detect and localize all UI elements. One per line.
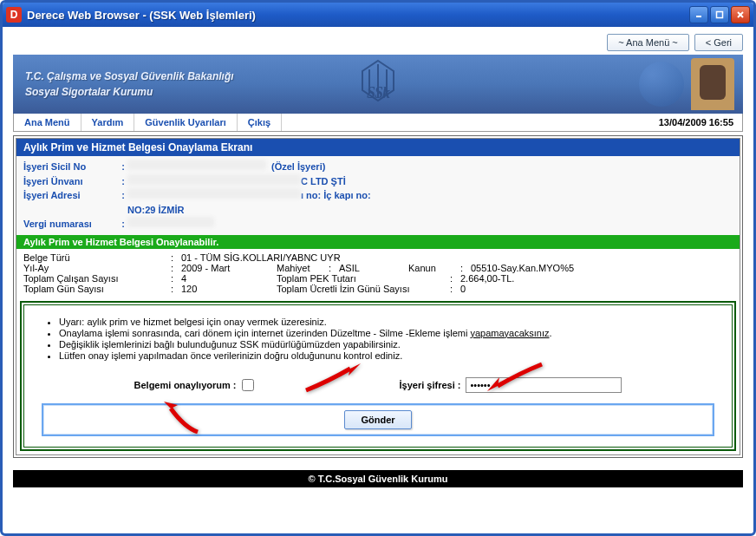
- menu-cikis[interactable]: Çıkış: [238, 114, 282, 131]
- vergi-redacted: [127, 217, 214, 227]
- portrait-image: [691, 58, 734, 110]
- yil-ay-val: 2009 - Mart: [181, 263, 277, 273]
- maximize-button[interactable]: [710, 6, 729, 23]
- close-button[interactable]: [731, 6, 750, 23]
- pek-lbl: Toplam PEK Tutarı: [277, 273, 450, 284]
- ssk-logo-text: SSk: [367, 84, 389, 102]
- top-button-row: ~ Ana Menü ~ < Geri: [3, 27, 753, 55]
- banner-right-image: [613, 55, 734, 114]
- page-title: Aylık Prim ve Hizmet Belgesi Onaylama Ek…: [16, 139, 740, 156]
- globe-icon: [639, 62, 684, 107]
- menu-yardim[interactable]: Yardım: [81, 114, 135, 131]
- belge-turu-val: 01 - TÜM SİG.KOLLARI/YABNC UYR: [181, 252, 341, 263]
- kanun-lbl: Kanun: [408, 263, 460, 273]
- izin-val: 0: [460, 284, 466, 294]
- submit-frame: Gönder: [42, 403, 714, 436]
- banner: T.C. Çalışma ve Sosyal Güvenlik Bakanlığ…: [13, 55, 743, 114]
- footer: © T.C.Sosyal Güvenlik Kurumu: [13, 470, 743, 487]
- unvan-redacted: [127, 174, 301, 185]
- org-title: T.C. Çalışma ve Sosyal Güvenlik Bakanlığ…: [13, 69, 234, 100]
- approval-frame-outer: Uyarı: aylık prim ve hizmet belgesi için…: [20, 301, 736, 451]
- vergi-label: Vergi numarası: [23, 217, 119, 232]
- titlebar: D Derece Web Browser - (SSK Web İşlemler…: [3, 3, 753, 27]
- org-line1: T.C. Çalışma ve Sosyal Güvenlik Bakanlığ…: [25, 69, 234, 84]
- mahiyet-val: ASIL: [339, 263, 408, 273]
- adres-redacted: [127, 188, 301, 199]
- menu-ana-menu[interactable]: Ana Menü: [14, 114, 81, 131]
- yil-ay-lbl: Yıl-Ay: [23, 263, 171, 273]
- menu-guvenlik[interactable]: Güvenlik Uyarıları: [134, 114, 238, 131]
- approval-frame-inner: Uyarı: aylık prim ve hizmet belgesi için…: [23, 304, 733, 448]
- confirm-checkbox[interactable]: [242, 379, 254, 391]
- password-input[interactable]: [466, 377, 622, 393]
- calisan-val: 4: [181, 273, 277, 284]
- minimize-button[interactable]: [689, 6, 708, 23]
- belge-turu-lbl: Belge Türü: [23, 252, 171, 263]
- menubar: Ana Menü Yardım Güvenlik Uyarıları Çıkış…: [13, 114, 743, 132]
- sicil-no-redacted: [127, 160, 266, 170]
- window-title: Derece Web Browser - (SSK Web İşlemleri): [27, 9, 689, 22]
- unvan-suffix: C LTD ŞTİ: [301, 174, 346, 189]
- izin-lbl: Toplam Ücretli İzin Günü Sayısı: [277, 284, 450, 294]
- warnings-list: Uyarı: aylık prim ve hizmet belgesi için…: [42, 312, 714, 370]
- datetime-display: 13/04/2009 16:55: [650, 114, 742, 131]
- gun-lbl: Toplam Gün Sayısı: [23, 284, 171, 294]
- password-label: İşyeri şifresi :: [400, 380, 461, 390]
- warning-1: Uyarı: aylık prim ve hizmet belgesi için…: [59, 317, 714, 327]
- adres-line2: NO:29 İZMİR: [127, 203, 184, 218]
- mahiyet-lbl: Mahiyet: [277, 263, 329, 273]
- approval-form-row: Belgemi onaylıyorum : İşyeri şifresi :: [42, 370, 714, 400]
- ssk-logo: SSk: [357, 59, 399, 109]
- kanun-val: 05510-Say.Kan.MYO%5: [471, 263, 574, 273]
- application-window: D Derece Web Browser - (SSK Web İşlemler…: [0, 0, 756, 536]
- sicil-no-label: İşyeri Sicil No: [23, 160, 119, 174]
- main-menu-button[interactable]: ~ Ana Menü ~: [607, 34, 689, 51]
- warning-2: Onaylama işlemi sonrasında, cari dönem i…: [59, 328, 714, 338]
- adres-label: İşyeri Adresi: [23, 188, 119, 203]
- gun-val: 120: [181, 284, 277, 294]
- confirm-label: Belgemi onaylıyorum :: [134, 380, 237, 390]
- svg-rect-1: [717, 12, 723, 18]
- adres-suffix-top: ı no: İç kapı no:: [301, 188, 371, 203]
- calisan-lbl: Toplam Çalışan Sayısı: [23, 273, 171, 284]
- back-button[interactable]: < Geri: [694, 34, 743, 51]
- workplace-info: İşyeri Sicil No : (Özel İşyeri) İşyeri Ü…: [16, 156, 740, 235]
- unvan-label: İşyeri Ünvanı: [23, 174, 119, 189]
- app-icon: D: [6, 7, 22, 23]
- content-outer: Aylık Prim ve Hizmet Belgesi Onaylama Ek…: [13, 135, 743, 458]
- content-inner: Aylık Prim ve Hizmet Belgesi Onaylama Ek…: [16, 138, 740, 455]
- window-controls: [689, 6, 750, 23]
- sicil-no-suffix: (Özel İşyeri): [271, 160, 325, 174]
- approval-status-bar: Aylık Prim ve Hizmet Belgesi Onaylanabil…: [16, 235, 740, 249]
- warning-3: Değişiklik işlemlerinizi bağlı bulunduğu…: [59, 339, 714, 350]
- pek-val: 2.664,00-TL.: [460, 273, 514, 284]
- document-details: Belge Türü: 01 - TÜM SİG.KOLLARI/YABNC U…: [16, 249, 740, 297]
- submit-button[interactable]: Gönder: [344, 410, 411, 429]
- org-line2: Sosyal Sigortalar Kurumu: [25, 84, 234, 100]
- warning-4: Lütfen onay işlemi yapılmadan önce veril…: [59, 350, 714, 361]
